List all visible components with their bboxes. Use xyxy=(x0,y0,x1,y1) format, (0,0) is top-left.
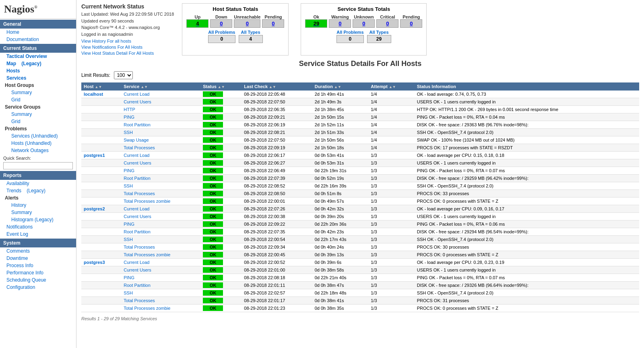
network-status-info: Current Network Status Last Updated: Wed… xyxy=(81,3,174,56)
performance-info-link[interactable]: Performance Info xyxy=(0,269,76,276)
scheduling-queue-link[interactable]: Scheduling Queue xyxy=(0,276,76,284)
configuration-link[interactable]: Configuration xyxy=(0,284,76,291)
svc-critical-link[interactable]: 0 xyxy=(376,19,398,28)
services-unhandled-link[interactable]: Services (Unhandled) xyxy=(0,132,76,140)
last-check-cell: 08-29-2018 22:06:19 xyxy=(242,121,312,129)
status-badge: OK xyxy=(203,290,223,296)
service-link[interactable]: Root Partition xyxy=(124,176,151,181)
home-link[interactable]: Home xyxy=(0,29,76,36)
service-link[interactable]: Current Load xyxy=(124,153,149,158)
host-cell xyxy=(81,266,121,274)
attempt-cell: 1/3 xyxy=(368,220,414,228)
attempt-sort-arrows[interactable]: ▲▼ xyxy=(389,85,396,89)
service-link[interactable]: Total Processes xyxy=(124,191,155,196)
attempt-cell: 1/3 xyxy=(368,274,414,282)
lastcheck-sort-arrows[interactable]: ▲▼ xyxy=(269,85,276,89)
duration-sort-arrows[interactable]: ▲▼ xyxy=(334,85,341,89)
services-nav-link[interactable]: Services xyxy=(0,74,76,82)
host-link[interactable]: postgres3 xyxy=(84,260,105,265)
event-log-link[interactable]: Event Log xyxy=(0,231,76,238)
host-all-problems-link[interactable]: All Problems xyxy=(208,30,235,35)
last-check-cell: 08-29-2018 22:00:01 xyxy=(242,198,312,205)
map-legacy-link[interactable]: Map (Legacy) xyxy=(0,60,76,67)
service-link[interactable]: Root Partition xyxy=(124,122,151,127)
host-unreachable-link[interactable]: 0 xyxy=(234,19,260,28)
host-up-link[interactable]: 4 xyxy=(186,19,208,28)
host-groups-grid-link[interactable]: Grid xyxy=(0,96,76,103)
svc-all-problems-link[interactable]: All Problems xyxy=(336,30,363,35)
downtime-link[interactable]: Downtime xyxy=(0,255,76,262)
service-sort-arrows[interactable]: ▲▼ xyxy=(140,85,148,89)
view-status-detail-link[interactable]: View Host Status Detail For All Hosts xyxy=(81,51,174,56)
current-status-section-header: Current Status xyxy=(0,44,76,53)
service-link[interactable]: Current Users xyxy=(124,99,151,104)
last-check-cell: 08-29-2018 22:00:52 xyxy=(242,259,312,266)
service-link[interactable]: Current Load xyxy=(124,92,149,97)
service-link[interactable]: SSH xyxy=(124,183,133,188)
status-sort-arrows[interactable]: ▲▼ xyxy=(218,85,225,89)
alerts-summary-link[interactable]: Summary xyxy=(0,209,76,216)
service-link[interactable]: SSH xyxy=(124,130,133,135)
service-groups-summary-link[interactable]: Summary xyxy=(0,111,76,118)
svc-ok-link[interactable]: 29 xyxy=(305,19,327,28)
service-link[interactable]: Root Partition xyxy=(124,283,151,288)
update-interval: Updated every 90 seconds xyxy=(81,18,174,25)
documentation-link[interactable]: Documentation xyxy=(0,36,76,43)
histogram-link[interactable]: Histogram (Legacy) xyxy=(0,216,76,223)
hosts-link[interactable]: Hosts xyxy=(0,67,76,74)
last-check-cell: 08-29-2018 22:07:50 xyxy=(242,136,312,144)
service-link[interactable]: Total Processes zombie xyxy=(124,199,170,204)
service-link[interactable]: PING xyxy=(124,115,134,119)
service-cell: Total Processes zombie xyxy=(121,198,200,205)
svc-all-types-link[interactable]: All Types xyxy=(369,30,388,35)
service-link[interactable]: Current Users xyxy=(124,214,151,219)
service-link[interactable]: Total Processes zombie xyxy=(124,306,170,311)
svc-warning-link[interactable]: 0 xyxy=(329,19,351,28)
service-link[interactable]: Current Users xyxy=(124,268,151,272)
limit-results-select[interactable]: 100 50 25 xyxy=(114,71,133,79)
service-link[interactable]: SSH xyxy=(124,237,133,242)
service-link[interactable]: Root Partition xyxy=(124,229,151,234)
alerts-label: Alerts xyxy=(0,194,76,202)
svc-unknown-link[interactable]: 0 xyxy=(353,19,375,28)
alerts-history-link[interactable]: History xyxy=(0,202,76,209)
quick-search-input[interactable] xyxy=(3,162,73,169)
service-link[interactable]: PING xyxy=(124,168,134,173)
status-info-cell: PROCS OK: 30 processes xyxy=(415,243,639,251)
hosts-unhandled-link[interactable]: Hosts (Unhandled) xyxy=(0,140,76,147)
service-link[interactable]: Total Processes xyxy=(124,245,155,249)
service-groups-grid-link[interactable]: Grid xyxy=(0,118,76,125)
service-link[interactable]: PING xyxy=(124,275,134,280)
process-info-link[interactable]: Process Info xyxy=(0,262,76,269)
host-all-types-link[interactable]: All Types xyxy=(241,30,260,35)
service-link[interactable]: Total Processes zombie xyxy=(124,252,170,257)
tactical-overview-link[interactable]: Tactical Overview xyxy=(0,53,76,60)
host-link[interactable]: postgres2 xyxy=(84,206,105,211)
service-link[interactable]: Total Processes xyxy=(124,298,155,303)
notifications-link[interactable]: Notifications xyxy=(0,223,76,231)
network-outages-link[interactable]: Network Outages xyxy=(0,147,76,154)
view-notifications-link[interactable]: View Notifications For All Hosts xyxy=(81,45,174,49)
service-link[interactable]: Current Users xyxy=(124,161,151,165)
comments-link[interactable]: Comments xyxy=(0,247,76,255)
svc-pending-link[interactable]: 0 xyxy=(400,19,422,28)
host-link[interactable]: localhost xyxy=(84,92,103,97)
service-link[interactable]: Current Load xyxy=(124,206,149,211)
service-link[interactable]: Current Load xyxy=(124,260,149,265)
host-link[interactable]: postgres1 xyxy=(84,153,105,158)
service-link[interactable]: HTTP xyxy=(124,107,135,112)
attempt-cell: 1/4 xyxy=(368,136,414,144)
service-link[interactable]: Total Processes xyxy=(124,145,155,150)
host-pending-link[interactable]: 0 xyxy=(262,19,284,28)
host-down-link[interactable]: 0 xyxy=(210,19,232,28)
availability-link[interactable]: Availability xyxy=(0,180,76,187)
view-history-link[interactable]: View History For all hosts xyxy=(81,39,174,43)
duration-cell: 0d 0h 39m 20s xyxy=(312,213,369,220)
service-link[interactable]: PING xyxy=(124,222,134,227)
host-sort-arrows[interactable]: ▲▼ xyxy=(95,85,102,89)
service-link[interactable]: Swap Usage xyxy=(124,138,149,142)
service-link[interactable]: SSH xyxy=(124,290,133,295)
host-groups-summary-link[interactable]: Summary xyxy=(0,89,76,96)
duration-cell: 0d 22h 17m 43s xyxy=(312,236,369,243)
trends-link[interactable]: Trends (Legacy) xyxy=(0,187,76,194)
